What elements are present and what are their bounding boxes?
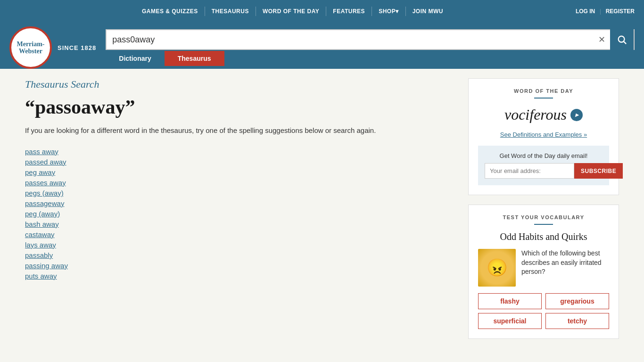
suggestion-link[interactable]: peg (away) bbox=[25, 210, 60, 218]
vocab-label: TEST YOUR VOCABULARY bbox=[478, 214, 609, 220]
search-term-display: “passoaway” bbox=[25, 96, 454, 118]
page-wrapper: Thesaurus Search “passoaway” If you are … bbox=[16, 69, 628, 348]
suggestions-list: pass awaypassed awaypeg awaypasses awayp… bbox=[25, 148, 454, 280]
nav-features[interactable]: FEATURES bbox=[326, 0, 372, 23]
tab-dictionary[interactable]: Dictionary bbox=[106, 51, 164, 66]
list-item: peg away bbox=[25, 168, 454, 177]
nav-login[interactable]: LOG IN bbox=[576, 8, 595, 15]
logo[interactable]: Merriam- Webster bbox=[9, 26, 52, 69]
list-item: puts away bbox=[25, 272, 454, 280]
subscribe-button[interactable]: SUBSCRIBE bbox=[574, 163, 623, 179]
nav-word-of-the-day[interactable]: WORD OF THE DAY bbox=[256, 0, 326, 23]
search-area: ✕ Dictionary Thesaurus bbox=[106, 29, 635, 66]
quiz-option-superficial[interactable]: superficial bbox=[478, 313, 542, 329]
since-text: SINCE 1828 bbox=[58, 44, 96, 51]
search-icon bbox=[617, 34, 627, 45]
nav-games-quizzes[interactable]: GAMES & QUIZZES bbox=[135, 0, 205, 23]
nav-shop[interactable]: SHOP ▾ bbox=[372, 0, 405, 23]
list-item: passes away bbox=[25, 179, 454, 187]
dict-tabs: Dictionary Thesaurus bbox=[106, 51, 635, 66]
email-row: SUBSCRIBE bbox=[485, 163, 603, 179]
wotd-word-text: vociferous bbox=[504, 106, 567, 123]
wotd-word: vociferous bbox=[478, 106, 609, 123]
logo-line1: Merriam- bbox=[17, 41, 44, 48]
quiz-emoji: 😠 bbox=[478, 249, 516, 287]
shop-dropdown-icon: ▾ bbox=[396, 8, 399, 15]
svg-point-0 bbox=[619, 36, 625, 42]
email-input[interactable] bbox=[485, 163, 574, 179]
suggestion-link[interactable]: puts away bbox=[25, 272, 57, 280]
nav-thesaurus[interactable]: THESAURUS bbox=[205, 0, 256, 23]
email-label: Get Word of the Day daily email! bbox=[485, 152, 603, 159]
nav-join-mwu[interactable]: JOIN MWU bbox=[406, 0, 450, 23]
search-input[interactable] bbox=[107, 35, 594, 45]
search-bar: ✕ bbox=[106, 29, 635, 50]
suggestion-link[interactable]: passes away bbox=[25, 179, 66, 187]
header: Merriam- Webster SINCE 1828 ✕ Dictionary… bbox=[0, 23, 644, 69]
audio-play-button[interactable] bbox=[570, 109, 583, 121]
suggestion-link[interactable]: lays away bbox=[25, 241, 56, 249]
quiz-image: 😠 bbox=[478, 249, 516, 287]
logo-line2: Webster bbox=[19, 48, 42, 55]
vocab-card: TEST YOUR VOCABULARY Odd Habits and Quir… bbox=[468, 205, 619, 339]
word-of-day-card: WORD OF THE DAY vociferous See Definitio… bbox=[468, 78, 619, 195]
list-item: pass away bbox=[25, 148, 454, 156]
main-content: Thesaurus Search “passoaway” If you are … bbox=[25, 78, 454, 339]
quiz-option-tetchy[interactable]: tetchy bbox=[545, 313, 609, 329]
logo-area: Merriam- Webster SINCE 1828 bbox=[9, 26, 96, 69]
list-item: bash away bbox=[25, 220, 454, 229]
wotd-divider bbox=[534, 98, 553, 99]
search-button[interactable] bbox=[610, 29, 634, 50]
list-item: passed away bbox=[25, 158, 454, 166]
tab-thesaurus[interactable]: Thesaurus bbox=[165, 51, 224, 66]
quiz-option-gregarious[interactable]: gregarious bbox=[545, 293, 609, 309]
suggestion-link[interactable]: passed away bbox=[25, 158, 66, 166]
suggestion-link[interactable]: pass away bbox=[25, 148, 58, 156]
suggestion-link[interactable]: pegs (away) bbox=[25, 189, 64, 197]
suggestion-link[interactable]: passing away bbox=[25, 262, 68, 270]
suggestion-link[interactable]: peg away bbox=[25, 168, 55, 176]
list-item: passing away bbox=[25, 262, 454, 270]
list-item: peg (away) bbox=[25, 210, 454, 218]
suggestion-link[interactable]: bash away bbox=[25, 220, 59, 228]
svg-line-1 bbox=[624, 41, 626, 44]
list-item: castaway bbox=[25, 230, 454, 239]
list-item: passably bbox=[25, 251, 454, 260]
top-nav: GAMES & QUIZZES THESAURUS WORD OF THE DA… bbox=[0, 0, 644, 23]
nav-register[interactable]: REGISTER bbox=[606, 8, 635, 15]
nav-links: GAMES & QUIZZES THESAURUS WORD OF THE DA… bbox=[9, 0, 576, 23]
quiz-options: flashygregarioussuperficialtetchy bbox=[478, 293, 609, 329]
suggestion-text: If you are looking for a different word … bbox=[25, 125, 454, 136]
list-item: lays away bbox=[25, 241, 454, 249]
email-signup-area: Get Word of the Day daily email! SUBSCRI… bbox=[478, 146, 609, 185]
suggestion-link[interactable]: castaway bbox=[25, 230, 55, 239]
suggestion-link[interactable]: passably bbox=[25, 251, 53, 259]
see-definitions-link[interactable]: See Definitions and Examples » bbox=[478, 131, 609, 138]
vocab-divider bbox=[534, 224, 553, 225]
quiz-row: 😠 Which of the following best describes … bbox=[478, 249, 609, 287]
sidebar: WORD OF THE DAY vociferous See Definitio… bbox=[468, 78, 619, 339]
list-item: passageway bbox=[25, 199, 454, 208]
vocab-title: Odd Habits and Quirks bbox=[478, 231, 609, 242]
thesaurus-search-label: Thesaurus Search bbox=[25, 78, 454, 90]
list-item: pegs (away) bbox=[25, 189, 454, 197]
wotd-label: WORD OF THE DAY bbox=[478, 88, 609, 94]
quiz-question: Which of the following best describes an… bbox=[521, 249, 609, 277]
search-clear-button[interactable]: ✕ bbox=[594, 34, 610, 45]
suggestion-link[interactable]: passageway bbox=[25, 199, 64, 207]
nav-auth: LOG IN | REGISTER bbox=[576, 8, 635, 15]
quiz-option-flashy[interactable]: flashy bbox=[478, 293, 542, 309]
nav-auth-separator: | bbox=[600, 8, 601, 15]
